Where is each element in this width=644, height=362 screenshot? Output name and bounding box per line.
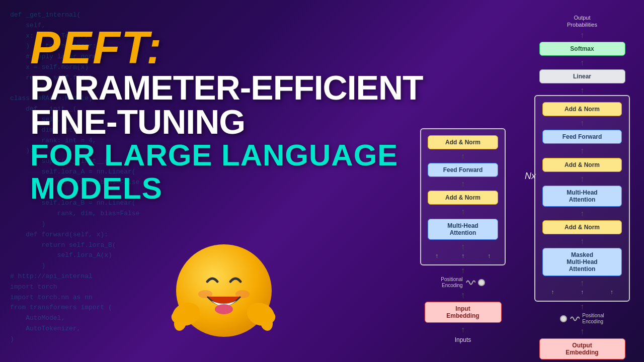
arrow5: ↑ [420,265,506,275]
decoder-pos-label: PositionalEncoding [582,313,604,325]
encoder-feed-forward: Feed Forward [428,163,498,177]
arrow2: ↑ [424,179,502,189]
encoder-add-norm-att: Add & Norm [428,191,498,205]
arrow7: ↑ [420,325,506,334]
decoder-add-norm-ff: Add & Norm [542,102,622,116]
encoder-multi-head: Multi-HeadAttention [428,219,498,240]
decoder-masked-multi-head: MaskedMulti-HeadAttention [542,248,622,276]
d-arrow4: ↑ [538,146,626,155]
decoder-diagram: OutputProbabilities ↑ Softmax ↑ Linear ↑… [534,14,630,362]
d-arrow2: ↑ [534,85,630,95]
encoder-pos-circle [478,279,485,286]
encoder-inputs-label: Inputs [420,336,506,343]
diagrams-area: Nx Add & Norm ↑ Feed Forward ↑ Add & Nor… [413,0,644,362]
decoder-add-norm-masked: Add & Norm [542,220,622,234]
decoder-add-norm-cross: Add & Norm [542,158,622,172]
arrow3: ↑ [424,207,502,216]
content-layer: PEFT: PARAMETER-EFFICIENT FINE-TUNING FO… [0,0,644,362]
decoder-linear: Linear [539,69,625,83]
encoder-pos-encoding-row: PositionalEncoding [420,277,506,289]
decoder-qkv-arrows: ↑ ↑ ↑ [538,289,626,296]
subtitle-line3: FOR LARGE LANGUAGE MODELS [30,139,443,205]
encoder-pos-label: PositionalEncoding [441,277,462,289]
d-arrow1: ↑ [534,58,630,67]
d-arrow7: ↑ [538,236,626,246]
title-area: PEFT: PARAMETER-EFFICIENT FINE-TUNING FO… [30,25,443,205]
decoder-pos-circle [560,315,567,322]
d-arrow8: ↑ [538,278,626,288]
d-arrow9: ↑ [534,302,630,311]
decoder-softmax: Softmax [539,42,625,56]
decoder-wave-icon [570,314,580,323]
decoder-multi-head-cross: Multi-HeadAttention [542,186,622,207]
arrow4: ↑ [424,242,502,251]
subtitle-line2: FINE-TUNING [30,105,443,139]
d-arrow6: ↑ [538,209,626,218]
decoder-pos-encoding-row: PositionalEncoding [534,313,630,325]
subtitle-line1: PARAMETER-EFFICIENT [30,70,443,105]
encoder-input-embedding: InputEmbedding [425,302,502,323]
encoder-add-norm-ff: Add & Norm [428,135,498,149]
arrow1: ↑ [424,151,502,161]
decoder-output-embedding: OutputEmbedding [539,338,625,359]
d-arrow3: ↑ [538,118,626,128]
encoder-box: Add & Norm ↑ Feed Forward ↑ Add & Norm ↑… [420,128,506,265]
emoji-svg [171,236,277,342]
output-probs-label: OutputProbabilities [534,14,630,29]
d-arrow10: ↑ [534,326,630,336]
encoder-diagram: Add & Norm ↑ Feed Forward ↑ Add & Norm ↑… [420,128,506,343]
svg-point-3 [215,304,233,314]
decoder-feed-forward: Feed Forward [542,130,622,144]
arrow6: ↑ [420,290,506,300]
encoder-wave-icon [465,278,475,287]
decoder-box: Add & Norm ↑ Feed Forward ↑ Add & Norm ↑… [534,95,630,302]
peft-title: PEFT: [30,25,443,70]
d-arrow5: ↑ [538,174,626,184]
emoji-container [171,236,287,352]
d-arrow0: ↑ [534,30,630,40]
qkv-arrows: ↑ ↑ ↑ [424,252,502,259]
